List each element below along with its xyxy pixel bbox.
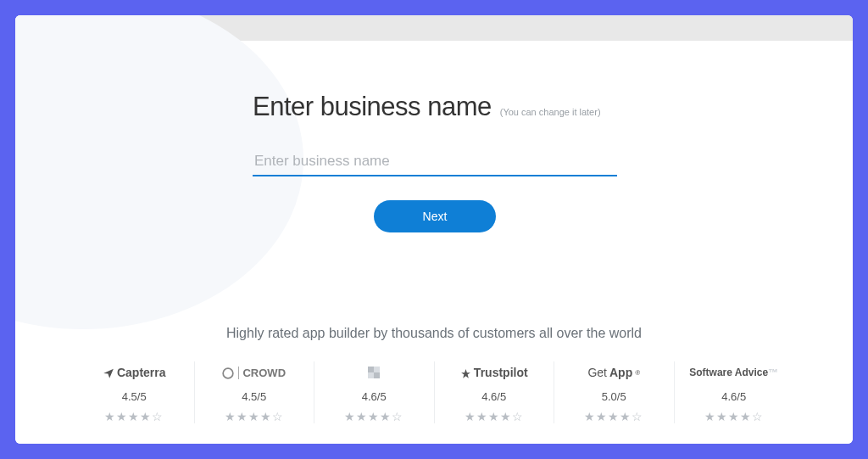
g2-logo: CROWD — [203, 361, 306, 383]
svg-point-0 — [224, 368, 234, 378]
rating-card-pixel: 4.6/5 ★★★★☆ — [314, 361, 435, 423]
rating-card-g2: CROWD 4.5/5 ★★★★☆ — [195, 361, 315, 423]
browser-frame: Enter business name (You can change it l… — [15, 15, 853, 444]
rating-card-capterra: Capterra 4.5/5 ★★★★☆ — [75, 361, 195, 423]
rating-logo-label: CROWD — [238, 367, 286, 379]
rating-card-softwareadvice: Software Advice™ Software Advice 4.6/5 ★… — [675, 361, 794, 423]
trustpilot-logo: Trustpilot — [443, 361, 546, 383]
page-heading: Enter business name — [253, 92, 492, 122]
next-button[interactable]: Next — [374, 200, 497, 232]
rating-score: 5.0/5 — [563, 390, 665, 403]
trustpilot-star-icon — [460, 366, 471, 379]
rating-score: 4.6/5 — [443, 390, 546, 403]
rating-card-trustpilot: Trustpilot 4.6/5 ★★★★☆ — [435, 361, 555, 423]
softwareadvice-logo: Software Advice™ Software Advice — [683, 361, 786, 383]
rating-stars: ★★★★☆ — [443, 410, 546, 423]
ratings-section: Highly rated app builder by thousands of… — [15, 326, 853, 423]
softwareadvice-icon: Software Advice™ — [689, 367, 778, 378]
rating-card-getapp: GetApp® GetApp 5.0/5 ★★★★☆ — [554, 361, 675, 423]
getapp-logo: GetApp® GetApp — [563, 361, 665, 383]
rating-score: 4.6/5 — [683, 390, 786, 403]
getapp-icon: GetApp® — [587, 366, 640, 379]
capterra-icon — [103, 366, 114, 379]
g2-icon — [222, 366, 234, 379]
rating-logo-label: Capterra — [117, 366, 166, 379]
capterra-logo: Capterra — [83, 361, 186, 383]
heading-row: Enter business name (You can change it l… — [253, 92, 617, 122]
ratings-grid: Capterra 4.5/5 ★★★★☆ CROWD — [15, 361, 853, 423]
rating-score: 4.6/5 — [323, 390, 426, 403]
ratings-title: Highly rated app builder by thousands of… — [15, 326, 853, 341]
page-content: Enter business name (You can change it l… — [15, 41, 853, 444]
rating-score: 4.5/5 — [203, 390, 306, 403]
rating-score: 4.5/5 — [83, 390, 186, 403]
rating-stars: ★★★★☆ — [203, 410, 306, 423]
rating-stars: ★★★★☆ — [83, 410, 186, 423]
rating-stars: ★★★★☆ — [683, 410, 786, 423]
rating-stars: ★★★★☆ — [323, 410, 426, 423]
rating-logo-label: Trustpilot — [474, 366, 528, 379]
business-name-form: Enter business name (You can change it l… — [253, 92, 617, 232]
business-name-input[interactable] — [253, 148, 617, 176]
pixel-logo — [323, 361, 426, 383]
pixel-icon — [368, 367, 380, 378]
rating-stars: ★★★★☆ — [563, 410, 665, 423]
heading-subtext: (You can change it later) — [500, 107, 601, 117]
